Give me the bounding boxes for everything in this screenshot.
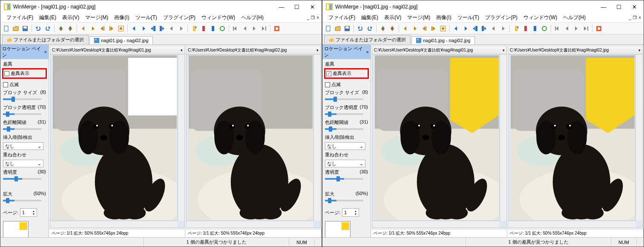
diff-down-icon[interactable] (66, 24, 75, 33)
nav3-icon[interactable] (98, 24, 106, 33)
menu-file[interactable]: ファイル(F) (326, 13, 358, 22)
spin-up-icon[interactable]: ▲ (32, 210, 35, 213)
copy-right-icon[interactable] (139, 24, 148, 33)
nav2-icon[interactable] (89, 24, 97, 33)
image-viewport-left[interactable] (50, 55, 184, 227)
minimize-button[interactable]: — (277, 3, 286, 11)
copy-all-r-icon[interactable] (480, 24, 489, 33)
menu-help[interactable]: ヘルプ(H) (561, 13, 588, 22)
next-icon[interactable] (572, 24, 581, 33)
settings-icon[interactable] (273, 24, 281, 33)
copy-left-icon[interactable] (452, 24, 460, 33)
bookmark1-icon[interactable] (512, 24, 520, 33)
chevron-down-icon[interactable]: ▾ (638, 48, 641, 52)
block-size-slider[interactable] (3, 98, 41, 100)
refresh-icon[interactable] (218, 24, 227, 33)
mdi-close-icon[interactable]: × (638, 15, 641, 20)
blink-checkbox[interactable]: 点滅 (3, 81, 46, 88)
nav4-icon[interactable] (107, 24, 116, 33)
minimize-button[interactable]: — (599, 3, 608, 11)
color-dist-slider[interactable] (325, 128, 363, 130)
next-icon[interactable] (250, 24, 259, 33)
copy-all-r-icon[interactable] (158, 24, 167, 33)
refresh-icon[interactable] (540, 24, 549, 33)
overlay-select[interactable]: なし⌄ (3, 160, 43, 167)
scrollbar-horizontal[interactable] (508, 221, 635, 227)
blink-checkbox[interactable]: 点滅 (325, 81, 368, 88)
redo-icon[interactable] (365, 24, 374, 33)
mdi-restore-icon[interactable]: ❐ (633, 15, 637, 20)
menu-tool[interactable]: ツール(T) (455, 13, 482, 22)
menu-window[interactable]: ウィンドウ(W) (199, 13, 238, 22)
diff-up-icon[interactable] (379, 24, 387, 33)
bookmark3-icon[interactable] (209, 24, 217, 33)
scrollbar-vertical[interactable] (635, 55, 642, 221)
bookmark2-icon[interactable] (199, 24, 208, 33)
bookmark2-icon[interactable] (521, 24, 530, 33)
undo-icon[interactable] (34, 24, 43, 33)
scrollbar-horizontal[interactable] (186, 221, 313, 227)
bookmark3-icon[interactable] (531, 24, 539, 33)
nav2-icon[interactable] (411, 24, 419, 33)
copy-merge1-icon[interactable] (167, 24, 176, 33)
menu-plugin[interactable]: プラグイン(P) (161, 13, 198, 22)
new-icon[interactable] (2, 24, 11, 33)
menu-edit[interactable]: 編集(E) (359, 13, 381, 22)
maximize-button[interactable]: ☐ (615, 3, 623, 11)
nav4-icon[interactable] (429, 24, 438, 33)
block-alpha-slider[interactable] (3, 113, 41, 115)
trans-slider[interactable] (3, 178, 41, 180)
menu-edit[interactable]: 編集(E) (37, 13, 59, 22)
copy-all-l-icon[interactable] (471, 24, 479, 33)
insdel-select[interactable]: なし⌄ (3, 142, 43, 150)
show-diff-checkbox[interactable]: 差異表示 (4, 70, 45, 77)
menu-image[interactable]: 画像(I) (112, 13, 132, 22)
tab-file-select[interactable]: ファイルまたはフォルダーの選択 (324, 35, 411, 44)
close-pane-icon[interactable]: × (366, 49, 369, 55)
mdi-min-icon[interactable]: _ (307, 15, 310, 20)
maximize-button[interactable]: ☐ (293, 3, 301, 11)
image-viewport-right[interactable] (186, 55, 320, 227)
redo-icon[interactable] (43, 24, 52, 33)
copy-merge2-icon[interactable] (499, 24, 507, 33)
first-icon[interactable] (231, 24, 240, 33)
scrollbar-vertical[interactable] (313, 55, 320, 221)
menu-file[interactable]: ファイル(F) (4, 13, 36, 22)
page-input[interactable]: 1▲▼ (20, 208, 37, 217)
last-icon[interactable] (259, 24, 268, 33)
new-icon[interactable] (324, 24, 333, 33)
close-pane-icon[interactable]: × (44, 49, 47, 55)
copy-all-l-icon[interactable] (149, 24, 157, 33)
diff-up-icon[interactable] (57, 24, 65, 33)
spin-down-icon[interactable]: ▼ (354, 213, 357, 215)
spin-up-icon[interactable]: ▲ (354, 210, 357, 213)
trans-slider[interactable] (325, 178, 363, 180)
scrollbar-horizontal[interactable] (372, 221, 500, 227)
tab-file-select[interactable]: ファイルまたはフォルダーの選択 (2, 35, 89, 44)
menu-view[interactable]: 表示(V) (382, 13, 404, 22)
zoom-slider[interactable] (3, 200, 41, 201)
menu-help[interactable]: ヘルプ(H) (239, 13, 266, 22)
save-icon[interactable] (343, 24, 351, 33)
nav1-icon[interactable] (79, 24, 88, 33)
zoom-slider[interactable] (325, 200, 363, 201)
menu-image[interactable]: 画像(I) (434, 13, 454, 22)
image-viewport-left[interactable] (372, 55, 506, 227)
nav1-icon[interactable] (401, 24, 410, 33)
block-alpha-slider[interactable] (325, 113, 363, 115)
overlay-select[interactable]: なし⌄ (325, 160, 365, 167)
menu-window[interactable]: ウィンドウ(W) (521, 13, 560, 22)
prev-icon[interactable] (563, 24, 571, 33)
open-icon[interactable] (12, 24, 20, 33)
chevron-down-icon[interactable]: ▾ (181, 48, 183, 52)
close-button[interactable]: ✕ (308, 3, 316, 11)
nav5-icon[interactable] (439, 24, 447, 33)
spin-down-icon[interactable]: ▼ (32, 213, 35, 215)
first-icon[interactable] (553, 24, 562, 33)
save-icon[interactable] (21, 24, 29, 33)
menu-merge[interactable]: マージ(M) (405, 13, 433, 22)
scrollbar-horizontal[interactable] (50, 221, 178, 227)
copy-merge2-icon[interactable] (177, 24, 185, 33)
open-icon[interactable] (334, 24, 342, 33)
scrollbar-vertical[interactable] (178, 55, 184, 221)
